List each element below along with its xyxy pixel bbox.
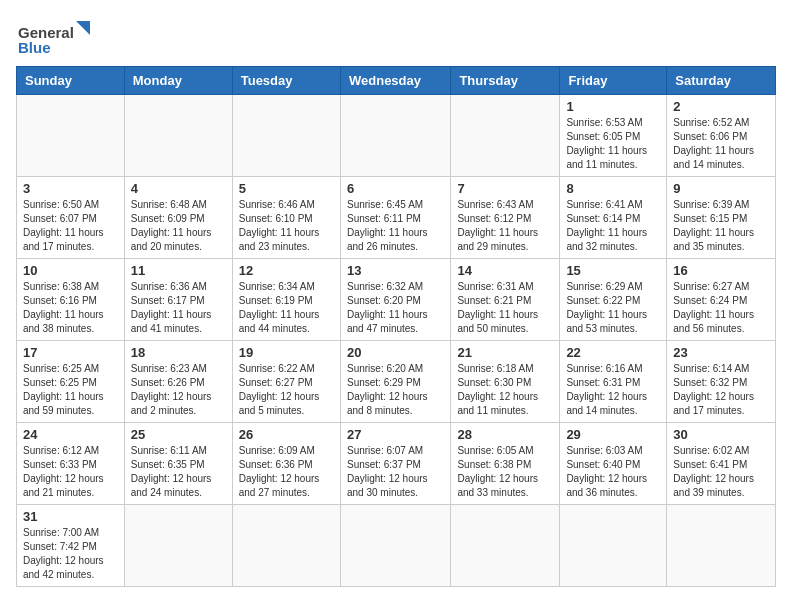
day-number: 30: [673, 427, 769, 442]
weekday-header-friday: Friday: [560, 67, 667, 95]
calendar-day-cell: 19Sunrise: 6:22 AM Sunset: 6:27 PM Dayli…: [232, 341, 340, 423]
day-info: Sunrise: 6:23 AM Sunset: 6:26 PM Dayligh…: [131, 362, 226, 418]
day-number: 21: [457, 345, 553, 360]
calendar-day-cell: 12Sunrise: 6:34 AM Sunset: 6:19 PM Dayli…: [232, 259, 340, 341]
day-info: Sunrise: 6:41 AM Sunset: 6:14 PM Dayligh…: [566, 198, 660, 254]
calendar-day-cell: [232, 505, 340, 587]
day-info: Sunrise: 6:39 AM Sunset: 6:15 PM Dayligh…: [673, 198, 769, 254]
calendar-day-cell: 8Sunrise: 6:41 AM Sunset: 6:14 PM Daylig…: [560, 177, 667, 259]
day-number: 2: [673, 99, 769, 114]
day-info: Sunrise: 6:22 AM Sunset: 6:27 PM Dayligh…: [239, 362, 334, 418]
day-number: 8: [566, 181, 660, 196]
calendar-day-cell: 23Sunrise: 6:14 AM Sunset: 6:32 PM Dayli…: [667, 341, 776, 423]
generalblue-logo: General Blue: [16, 16, 96, 56]
day-info: Sunrise: 6:52 AM Sunset: 6:06 PM Dayligh…: [673, 116, 769, 172]
weekday-header-saturday: Saturday: [667, 67, 776, 95]
calendar-day-cell: 30Sunrise: 6:02 AM Sunset: 6:41 PM Dayli…: [667, 423, 776, 505]
calendar-day-cell: 3Sunrise: 6:50 AM Sunset: 6:07 PM Daylig…: [17, 177, 125, 259]
calendar-day-cell: [17, 95, 125, 177]
day-number: 14: [457, 263, 553, 278]
day-number: 10: [23, 263, 118, 278]
day-number: 22: [566, 345, 660, 360]
calendar-week-row: 24Sunrise: 6:12 AM Sunset: 6:33 PM Dayli…: [17, 423, 776, 505]
weekday-header-monday: Monday: [124, 67, 232, 95]
calendar-day-cell: 27Sunrise: 6:07 AM Sunset: 6:37 PM Dayli…: [340, 423, 450, 505]
calendar-day-cell: 15Sunrise: 6:29 AM Sunset: 6:22 PM Dayli…: [560, 259, 667, 341]
calendar-day-cell: 22Sunrise: 6:16 AM Sunset: 6:31 PM Dayli…: [560, 341, 667, 423]
day-info: Sunrise: 6:02 AM Sunset: 6:41 PM Dayligh…: [673, 444, 769, 500]
day-info: Sunrise: 6:07 AM Sunset: 6:37 PM Dayligh…: [347, 444, 444, 500]
calendar-day-cell: [667, 505, 776, 587]
day-info: Sunrise: 6:20 AM Sunset: 6:29 PM Dayligh…: [347, 362, 444, 418]
svg-marker-1: [76, 21, 90, 35]
calendar-day-cell: 16Sunrise: 6:27 AM Sunset: 6:24 PM Dayli…: [667, 259, 776, 341]
calendar-day-cell: 13Sunrise: 6:32 AM Sunset: 6:20 PM Dayli…: [340, 259, 450, 341]
day-number: 11: [131, 263, 226, 278]
calendar-week-row: 1Sunrise: 6:53 AM Sunset: 6:05 PM Daylig…: [17, 95, 776, 177]
calendar-day-cell: [124, 505, 232, 587]
day-number: 29: [566, 427, 660, 442]
calendar-table: SundayMondayTuesdayWednesdayThursdayFrid…: [16, 66, 776, 587]
logo: General Blue: [16, 16, 96, 56]
calendar-day-cell: 6Sunrise: 6:45 AM Sunset: 6:11 PM Daylig…: [340, 177, 450, 259]
day-number: 13: [347, 263, 444, 278]
calendar-week-row: 17Sunrise: 6:25 AM Sunset: 6:25 PM Dayli…: [17, 341, 776, 423]
calendar-day-cell: [340, 505, 450, 587]
day-number: 3: [23, 181, 118, 196]
calendar-week-row: 10Sunrise: 6:38 AM Sunset: 6:16 PM Dayli…: [17, 259, 776, 341]
day-info: Sunrise: 6:53 AM Sunset: 6:05 PM Dayligh…: [566, 116, 660, 172]
page-header: General Blue: [16, 16, 776, 56]
day-info: Sunrise: 6:16 AM Sunset: 6:31 PM Dayligh…: [566, 362, 660, 418]
weekday-header-wednesday: Wednesday: [340, 67, 450, 95]
calendar-day-cell: 9Sunrise: 6:39 AM Sunset: 6:15 PM Daylig…: [667, 177, 776, 259]
weekday-header-row: SundayMondayTuesdayWednesdayThursdayFrid…: [17, 67, 776, 95]
calendar-day-cell: 5Sunrise: 6:46 AM Sunset: 6:10 PM Daylig…: [232, 177, 340, 259]
calendar-day-cell: 14Sunrise: 6:31 AM Sunset: 6:21 PM Dayli…: [451, 259, 560, 341]
svg-text:Blue: Blue: [18, 39, 51, 56]
calendar-day-cell: 7Sunrise: 6:43 AM Sunset: 6:12 PM Daylig…: [451, 177, 560, 259]
day-number: 24: [23, 427, 118, 442]
calendar-day-cell: 10Sunrise: 6:38 AM Sunset: 6:16 PM Dayli…: [17, 259, 125, 341]
calendar-day-cell: 24Sunrise: 6:12 AM Sunset: 6:33 PM Dayli…: [17, 423, 125, 505]
day-number: 26: [239, 427, 334, 442]
calendar-week-row: 31Sunrise: 7:00 AM Sunset: 7:42 PM Dayli…: [17, 505, 776, 587]
calendar-day-cell: [340, 95, 450, 177]
weekday-header-sunday: Sunday: [17, 67, 125, 95]
day-number: 17: [23, 345, 118, 360]
calendar-day-cell: 29Sunrise: 6:03 AM Sunset: 6:40 PM Dayli…: [560, 423, 667, 505]
day-info: Sunrise: 6:32 AM Sunset: 6:20 PM Dayligh…: [347, 280, 444, 336]
day-info: Sunrise: 6:29 AM Sunset: 6:22 PM Dayligh…: [566, 280, 660, 336]
day-info: Sunrise: 6:18 AM Sunset: 6:30 PM Dayligh…: [457, 362, 553, 418]
day-number: 5: [239, 181, 334, 196]
calendar-day-cell: 4Sunrise: 6:48 AM Sunset: 6:09 PM Daylig…: [124, 177, 232, 259]
calendar-day-cell: [232, 95, 340, 177]
day-info: Sunrise: 6:09 AM Sunset: 6:36 PM Dayligh…: [239, 444, 334, 500]
day-number: 7: [457, 181, 553, 196]
day-info: Sunrise: 6:31 AM Sunset: 6:21 PM Dayligh…: [457, 280, 553, 336]
day-number: 12: [239, 263, 334, 278]
day-info: Sunrise: 6:11 AM Sunset: 6:35 PM Dayligh…: [131, 444, 226, 500]
day-info: Sunrise: 6:36 AM Sunset: 6:17 PM Dayligh…: [131, 280, 226, 336]
day-info: Sunrise: 6:03 AM Sunset: 6:40 PM Dayligh…: [566, 444, 660, 500]
day-number: 16: [673, 263, 769, 278]
day-info: Sunrise: 6:50 AM Sunset: 6:07 PM Dayligh…: [23, 198, 118, 254]
weekday-header-tuesday: Tuesday: [232, 67, 340, 95]
calendar-day-cell: 31Sunrise: 7:00 AM Sunset: 7:42 PM Dayli…: [17, 505, 125, 587]
calendar-day-cell: 18Sunrise: 6:23 AM Sunset: 6:26 PM Dayli…: [124, 341, 232, 423]
weekday-header-thursday: Thursday: [451, 67, 560, 95]
calendar-day-cell: 17Sunrise: 6:25 AM Sunset: 6:25 PM Dayli…: [17, 341, 125, 423]
day-info: Sunrise: 7:00 AM Sunset: 7:42 PM Dayligh…: [23, 526, 118, 582]
calendar-week-row: 3Sunrise: 6:50 AM Sunset: 6:07 PM Daylig…: [17, 177, 776, 259]
calendar-day-cell: 20Sunrise: 6:20 AM Sunset: 6:29 PM Dayli…: [340, 341, 450, 423]
day-info: Sunrise: 6:48 AM Sunset: 6:09 PM Dayligh…: [131, 198, 226, 254]
calendar-day-cell: 1Sunrise: 6:53 AM Sunset: 6:05 PM Daylig…: [560, 95, 667, 177]
day-number: 9: [673, 181, 769, 196]
calendar-day-cell: 25Sunrise: 6:11 AM Sunset: 6:35 PM Dayli…: [124, 423, 232, 505]
day-number: 1: [566, 99, 660, 114]
day-info: Sunrise: 6:05 AM Sunset: 6:38 PM Dayligh…: [457, 444, 553, 500]
calendar-day-cell: 2Sunrise: 6:52 AM Sunset: 6:06 PM Daylig…: [667, 95, 776, 177]
calendar-day-cell: [124, 95, 232, 177]
day-info: Sunrise: 6:27 AM Sunset: 6:24 PM Dayligh…: [673, 280, 769, 336]
calendar-day-cell: [451, 95, 560, 177]
day-info: Sunrise: 6:43 AM Sunset: 6:12 PM Dayligh…: [457, 198, 553, 254]
